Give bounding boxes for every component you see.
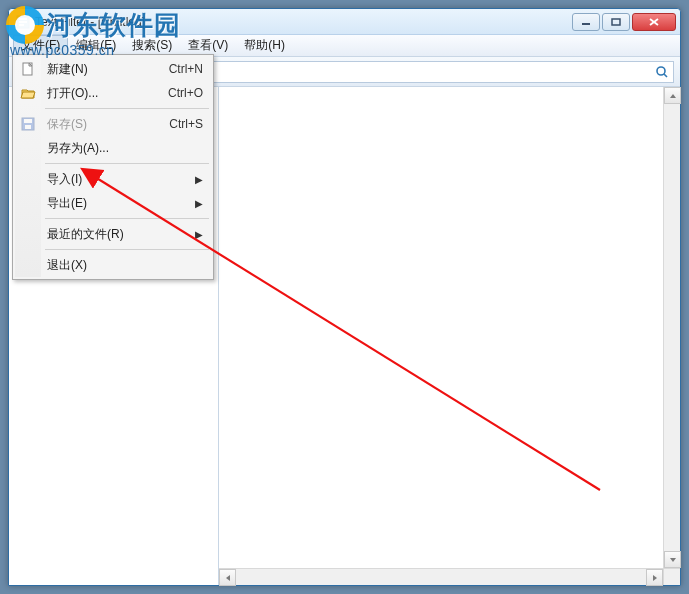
menu-item-recent[interactable]: 最近的文件(R) ▶ <box>15 222 211 246</box>
svg-line-9 <box>664 74 667 77</box>
minimize-button[interactable] <box>572 13 600 31</box>
menu-item-exit-label: 退出(X) <box>47 257 87 274</box>
new-file-icon <box>20 61 36 77</box>
menu-view-label: 查看(V) <box>188 38 228 52</box>
scroll-track-h[interactable] <box>236 569 646 585</box>
menu-item-export-label: 导出(E) <box>47 195 87 212</box>
menu-help-label: 帮助(H) <box>244 38 285 52</box>
close-icon <box>648 17 660 27</box>
menu-item-save-as-label: 另存为(A)... <box>47 140 109 157</box>
menu-separator <box>45 163 209 164</box>
scroll-right-button[interactable] <box>646 569 663 586</box>
svg-rect-4 <box>582 23 590 25</box>
chevron-left-icon <box>224 574 232 582</box>
menu-item-export[interactable]: 导出(E) ▶ <box>15 191 211 215</box>
chevron-up-icon <box>669 92 677 100</box>
svg-marker-12 <box>226 575 230 581</box>
menu-item-open-label: 打开(O)... <box>47 85 98 102</box>
scroll-up-button[interactable] <box>664 87 681 104</box>
menu-separator <box>45 249 209 250</box>
submenu-arrow-icon: ▶ <box>195 174 203 185</box>
chevron-right-icon <box>651 574 659 582</box>
menu-item-save-shortcut: Ctrl+S <box>169 117 203 131</box>
window-title: Text Filter - [Untitled] <box>35 15 145 29</box>
menu-item-open-shortcut: Ctrl+O <box>168 86 203 100</box>
menu-item-save-as[interactable]: 另存为(A)... <box>15 136 211 160</box>
menu-item-new-label: 新建(N) <box>47 61 88 78</box>
svg-rect-3 <box>19 24 24 26</box>
submenu-arrow-icon: ▶ <box>195 229 203 240</box>
menu-item-save-label: 保存(S) <box>47 116 87 133</box>
vertical-scrollbar[interactable] <box>663 87 680 568</box>
horizontal-scrollbar[interactable] <box>219 568 663 585</box>
menu-search[interactable]: 搜索(S) <box>124 35 180 56</box>
maximize-icon <box>611 18 621 26</box>
menu-search-label: 搜索(S) <box>132 38 172 52</box>
minimize-icon <box>581 18 591 26</box>
menu-item-new-shortcut: Ctrl+N <box>169 62 203 76</box>
menu-item-import-label: 导入(I) <box>47 171 82 188</box>
svg-marker-10 <box>670 94 676 98</box>
menu-file-label: 文件(F) <box>21 38 60 52</box>
scroll-track[interactable] <box>664 104 680 551</box>
svg-marker-11 <box>670 558 676 562</box>
scroll-down-button[interactable] <box>664 551 681 568</box>
svg-rect-5 <box>612 19 620 25</box>
menu-item-import[interactable]: 导入(I) ▶ <box>15 167 211 191</box>
menu-separator <box>45 218 209 219</box>
svg-marker-13 <box>653 575 657 581</box>
menu-item-new[interactable]: 新建(N) Ctrl+N <box>15 57 211 81</box>
svg-rect-18 <box>25 125 31 129</box>
menu-edit[interactable]: 编辑(E) <box>68 35 124 56</box>
scroll-corner <box>663 568 680 585</box>
search-icon <box>655 65 669 79</box>
file-menu-dropdown: 新建(N) Ctrl+N 打开(O)... Ctrl+O 保存(S) Ctrl+… <box>12 54 214 280</box>
save-icon <box>20 116 36 132</box>
menu-file[interactable]: 文件(F) <box>13 35 68 56</box>
right-pane <box>219 87 680 585</box>
menu-item-open[interactable]: 打开(O)... Ctrl+O <box>15 81 211 105</box>
svg-rect-1 <box>19 18 27 20</box>
svg-rect-17 <box>24 119 32 123</box>
app-icon <box>15 14 31 30</box>
menu-view[interactable]: 查看(V) <box>180 35 236 56</box>
maximize-button[interactable] <box>602 13 630 31</box>
submenu-arrow-icon: ▶ <box>195 198 203 209</box>
svg-point-8 <box>657 67 665 75</box>
menu-edit-label: 编辑(E) <box>76 38 116 52</box>
menu-separator <box>45 108 209 109</box>
chevron-down-icon <box>669 556 677 564</box>
open-folder-icon <box>20 85 36 101</box>
menu-item-recent-label: 最近的文件(R) <box>47 226 124 243</box>
menu-item-save: 保存(S) Ctrl+S <box>15 112 211 136</box>
menu-help[interactable]: 帮助(H) <box>236 35 293 56</box>
scroll-left-button[interactable] <box>219 569 236 586</box>
svg-rect-2 <box>19 21 27 23</box>
title-bar[interactable]: Text Filter - [Untitled] <box>9 9 680 35</box>
close-button[interactable] <box>632 13 676 31</box>
menu-item-exit[interactable]: 退出(X) <box>15 253 211 277</box>
